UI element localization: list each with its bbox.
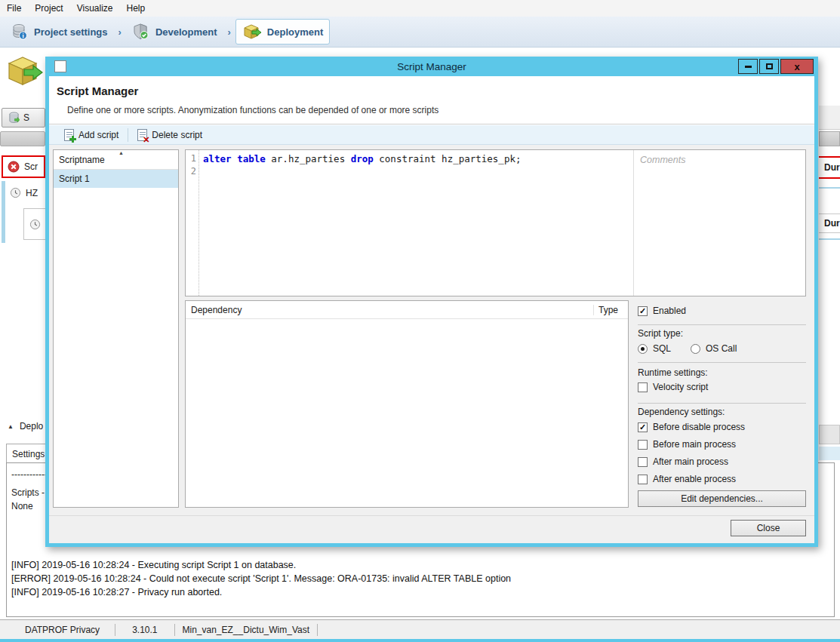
dependency-column-label: Dependency	[186, 305, 593, 315]
dialog-header: Script Manager Define one or more script…	[49, 76, 814, 124]
background-right-divider	[819, 238, 840, 240]
tab-settings[interactable]: Settings	[6, 444, 47, 463]
dependency-table[interactable]: Dependency Type	[185, 300, 629, 508]
code-input[interactable]: alter table ar.hz_parties drop constrain…	[199, 150, 633, 296]
velocity-script-checkbox[interactable]: Velocity script	[638, 381, 708, 393]
line-number-gutter: 1 2	[186, 150, 199, 296]
minimize-button[interactable]	[738, 59, 758, 74]
deployment-package-icon	[5, 51, 44, 91]
script-manager-icon	[54, 60, 66, 72]
background-task-row[interactable]: HZ	[2, 181, 45, 243]
script-editor: 1 2 alter table ar.hz_parties drop const…	[185, 149, 806, 296]
breadcrumb-label: Development	[155, 26, 217, 38]
dialog-heading: Script Manager	[57, 84, 138, 97]
statusbar-project-name: Min_van_EZ__Dictu_Wim_Vast	[175, 625, 318, 635]
checkbox-unchecked-icon	[638, 457, 648, 467]
background-error-label: Scr	[24, 161, 38, 172]
dialog-titlebar[interactable]: Script Manager x	[45, 57, 818, 76]
divider	[638, 403, 806, 404]
clock-icon	[10, 187, 21, 198]
background-right-toolbar	[819, 106, 840, 130]
database-info-icon: i	[11, 23, 29, 41]
delete-script-button[interactable]: ✕ Delete script	[131, 129, 208, 141]
menu-help[interactable]: Help	[120, 3, 152, 14]
log-scripts-label: Scripts -	[11, 487, 45, 498]
breadcrumb-separator: ›	[223, 26, 235, 38]
background-right-bar	[819, 425, 840, 444]
comments-input[interactable]: Comments	[633, 150, 805, 296]
database-icon	[8, 112, 20, 124]
before-disable-process-label: Before disable process	[653, 422, 745, 432]
script-type-radios: SQL OS Call	[638, 343, 737, 355]
menu-project[interactable]: Project	[28, 3, 69, 14]
dependency-table-header: Dependency Type	[186, 301, 628, 319]
delete-script-label: Delete script	[152, 130, 202, 140]
delete-script-icon: ✕	[137, 129, 147, 141]
before-main-process-checkbox[interactable]: Before main process	[638, 438, 736, 450]
statusbar-separator	[317, 624, 318, 636]
clock-icon	[29, 219, 41, 230]
add-script-icon	[64, 129, 74, 141]
background-section-label: Deplo	[20, 421, 43, 432]
breadcrumb-label: Deployment	[267, 26, 323, 38]
close-button[interactable]: Close	[731, 520, 806, 536]
dialog-toolbar: Add script ✕ Delete script	[49, 125, 814, 145]
script-list-header[interactable]: Scriptname ▲	[54, 150, 178, 170]
checkbox-unchecked-icon	[638, 475, 648, 484]
breadcrumb-development[interactable]: Development	[126, 20, 223, 44]
breadcrumb-deployment[interactable]: Deployment	[235, 19, 330, 45]
after-main-process-checkbox[interactable]: After main process	[638, 456, 728, 468]
script-name: Script 1	[59, 174, 90, 184]
sql-text: constraint hz_parties_pk;	[374, 153, 522, 164]
background-database-button[interactable]: S	[2, 108, 45, 127]
radio-sql-label: SQL	[653, 343, 671, 354]
line-number: 1	[186, 152, 198, 165]
add-script-button[interactable]: Add script	[58, 129, 125, 141]
enabled-checkbox[interactable]: ✓ Enabled	[638, 305, 686, 317]
log-line-error: [ERROR] 2019-05-16 10:28:24 - Could not …	[11, 572, 511, 585]
sql-keyword: drop	[351, 153, 374, 164]
statusbar-version: 3.10.1	[115, 625, 174, 635]
radio-sql[interactable]	[638, 344, 648, 354]
script-list-row[interactable]: Script 1	[54, 170, 178, 188]
background-error-row[interactable]: Scr	[2, 155, 45, 178]
scriptname-column-label: Scriptname	[59, 155, 105, 165]
toolbar-separator	[128, 128, 128, 142]
breadcrumb-project-settings[interactable]: i Project settings	[5, 20, 114, 44]
menu-file[interactable]: File	[0, 3, 28, 14]
dialog-body: Script Manager Define one or more script…	[49, 76, 814, 543]
checkbox-checked-icon: ✓	[638, 422, 648, 432]
background-right-bar	[819, 131, 840, 146]
dependency-settings-label: Dependency settings:	[638, 407, 725, 417]
package-arrow-icon	[242, 23, 262, 41]
velocity-script-label: Velocity script	[653, 382, 708, 392]
log-scripts-value: None	[11, 501, 33, 511]
background-right-divider	[819, 187, 840, 189]
tab-settings-label: Settings	[12, 449, 45, 459]
sql-text: ar.hz_parties	[266, 153, 351, 164]
edit-dependencies-button[interactable]: Edit dependencies...	[638, 490, 806, 507]
radio-os-call-label: OS Call	[706, 343, 737, 354]
script-type-label: Script type:	[638, 328, 683, 339]
comments-placeholder: Comments	[640, 155, 799, 165]
runtime-settings-label: Runtime settings:	[638, 367, 708, 378]
radio-os-call[interactable]	[691, 344, 700, 354]
maximize-button[interactable]	[759, 59, 779, 74]
background-deployment-section[interactable]: ▲ Deplo	[8, 421, 43, 432]
menu-visualize[interactable]: Visualize	[70, 3, 120, 14]
sql-keyword: alter table	[203, 153, 266, 164]
close-window-button[interactable]: x	[780, 59, 814, 74]
line-number: 2	[186, 165, 198, 178]
before-main-process-label: Before main process	[653, 439, 736, 450]
status-bar: DATPROF Privacy 3.10.1 Min_van_EZ__Dictu…	[0, 620, 840, 639]
type-column-label: Type	[593, 305, 628, 315]
before-disable-process-checkbox[interactable]: ✓ Before disable process	[638, 421, 745, 433]
statusbar-app-name: DATPROF Privacy	[0, 625, 115, 635]
divider	[638, 362, 806, 363]
breadcrumb-label: Project settings	[34, 26, 108, 38]
checkbox-unchecked-icon	[638, 440, 648, 450]
collapse-arrow-icon: ▲	[8, 423, 14, 430]
after-enable-process-checkbox[interactable]: After enable process	[638, 473, 736, 485]
after-main-process-label: After main process	[653, 456, 728, 467]
log-lines: [INFO] 2019-05-16 10:28:24 - Executing s…	[11, 558, 511, 599]
